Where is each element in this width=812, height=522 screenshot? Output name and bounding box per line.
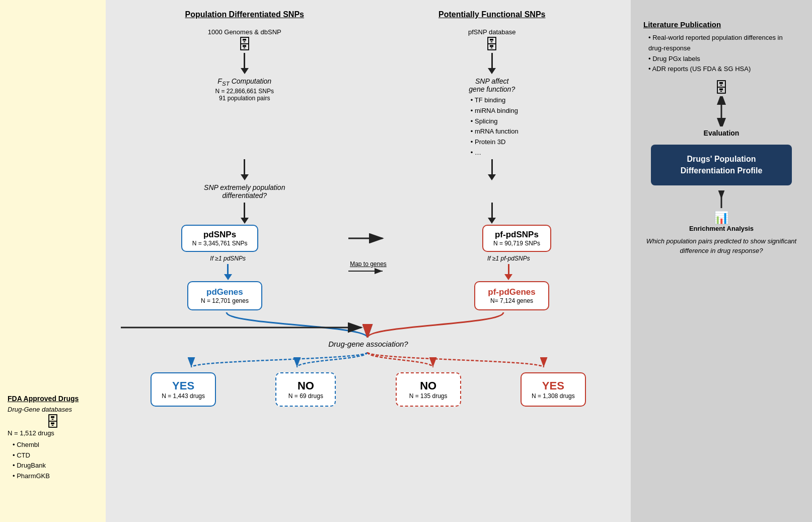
pfpdsnp-col: pf-pdSNPs N = 90,719 SNPs [418, 225, 616, 252]
db-icon-left-mid: 🗄 [238, 38, 252, 52]
pdsnp-col: pdSNPs N = 3,345,761 SNPs [121, 225, 319, 252]
arrow-col-left-3 [133, 202, 356, 225]
converge-svg [121, 312, 616, 338]
drugbank-item: DrugBank [13, 461, 98, 471]
yes-red-count: N = 1,308 drugs [532, 393, 575, 400]
arrow-col-right-1 [381, 52, 603, 75]
bottom-spread-arrows [121, 352, 616, 367]
fda-title: FDA Approved Drugs [8, 395, 98, 403]
snp-affect-title: SNP affectgene function? [469, 77, 515, 93]
second-arrows [121, 158, 616, 181]
pfpdgenes-count: N= 7,124 genes [488, 297, 535, 304]
lit-pub-item-1: Real-world reported population differenc… [648, 33, 799, 54]
right-source-label: pfSNP database [468, 28, 515, 36]
computation-row: FST Computation N = 22,866,661 SNPs 91 p… [121, 75, 616, 158]
horiz-arrow-container [319, 233, 418, 243]
right-header-col: Potentially Functional SNPs [381, 10, 603, 24]
lit-pub-item-2: Drug PGx labels [648, 54, 799, 64]
mirna-binding: miRNA binding [471, 106, 519, 116]
no-red-box: NO N = 135 drugs [396, 372, 461, 407]
right-panel: Literature Publication Real-world report… [631, 0, 812, 522]
pdsnp-count: N = 3,345,761 SNPs [192, 240, 248, 247]
if-left-col: If ≥1 pdSNPs [121, 254, 335, 281]
drug-gene-question: Drug-gene association? [328, 340, 408, 348]
third-arrows [121, 202, 616, 225]
fst-n: N = 22,866,661 SNPs [215, 88, 274, 95]
snp-diff-col: SNP extremely populationdifferentiated? [133, 181, 356, 202]
pfpdgenes-title: pf-pdGenes [488, 287, 535, 297]
fst-col: FST Computation N = 22,866,661 SNPs 91 p… [133, 75, 356, 158]
arrow-down-3 [241, 159, 249, 180]
arrow-col-right-2 [381, 158, 603, 181]
top-headers: Population Differentiated SNPs Potential… [121, 10, 616, 24]
yes-red-label: YES [532, 379, 575, 393]
gene-boxes-row: pdGenes N = 12,701 genes pf-pdGenes N= 7… [121, 281, 616, 310]
eval-arrow-svg [711, 96, 731, 126]
pdgenes-col: pdGenes N = 12,701 genes [126, 281, 324, 310]
map-to-genes-label: Map to genes [350, 260, 387, 268]
snp-diff-question: SNP extremely populationdifferentiated? [204, 183, 285, 200]
pfpdgenes-col: pf-pdGenes N= 7,124 genes [413, 281, 611, 310]
arrow-down-if-left [224, 264, 232, 280]
arrow-col-right-3 [381, 202, 603, 225]
drug-gene-label: Drug-Gene databases [8, 406, 98, 413]
empty-col [381, 181, 603, 202]
left-source-col: 1000 Genomes & dbSNP 🗄 [133, 28, 356, 52]
question-row: SNP extremely populationdifferentiated? [121, 181, 616, 202]
pdgenes-title: pdGenes [201, 287, 249, 297]
profile-box: Drugs' Population Differentiation Profil… [651, 145, 792, 185]
pfpdsnp-box: pf-pdSNPs N = 90,719 SNPs [482, 225, 551, 252]
pdsnp-box: pdSNPs N = 3,345,761 SNPs [181, 225, 259, 252]
fst-pairs: 91 population pairs [215, 95, 274, 102]
tf-binding: TF binding [471, 95, 519, 106]
right-section-title: Potentially Functional SNPs [438, 10, 545, 19]
middle-panel: Population Differentiated SNPs Potential… [106, 0, 631, 522]
snp-affect-list: TF binding miRNA binding Splicing mRNA f… [466, 95, 519, 158]
map-genes-col: Map to genes [335, 254, 401, 281]
which-text: Which population pairs predicted to show… [643, 236, 799, 256]
right-source-col: pfSNP database 🗄 [381, 28, 603, 52]
snp-affect-col: SNP affectgene function? TF binding miRN… [381, 75, 603, 158]
yes-blue-label: YES [162, 379, 205, 393]
lit-pub-title: Literature Publication [643, 20, 799, 29]
pdgenes-box: pdGenes N = 12,701 genes [187, 281, 262, 310]
converge-arrows [121, 312, 616, 338]
middle-content: Population Differentiated SNPs Potential… [121, 10, 616, 512]
chembl-item: Chembl [13, 440, 98, 450]
database-icon-left: 🗄 [8, 415, 98, 429]
lit-pub-section: Literature Publication Real-world report… [643, 20, 799, 75]
ctd-item: CTD [13, 450, 98, 461]
arrow-down-if-right [504, 264, 512, 280]
left-source-label: 1000 Genomes & dbSNP [208, 28, 281, 36]
if-pdsnps-label: If ≥1 pdSNPs [210, 255, 246, 262]
drug-db-list: Chembl CTD DrugBank PharmGKB [8, 440, 98, 482]
spread-svg [121, 352, 616, 367]
no-blue-box: NO N = 69 drugs [275, 372, 336, 407]
map-genes-arrow [348, 268, 389, 275]
pfpdgenes-box: pf-pdGenes N= 7,124 genes [474, 281, 549, 310]
lit-pub-list: Real-world reported population differenc… [643, 33, 799, 75]
if-pfpdsnps-label: If ≥1 pf-pdSNPs [487, 255, 530, 262]
enrichment-title: Enrichment Analysis [689, 225, 754, 232]
yes-red-box: YES N = 1,308 drugs [521, 372, 586, 407]
if-right-col: If ≥1 pf-pdSNPs [402, 254, 616, 281]
yes-blue-count: N = 1,443 drugs [162, 393, 205, 400]
profile-box-title: Drugs' Population Differentiation Profil… [661, 154, 782, 176]
pfpdsnp-count: N = 90,719 SNPs [493, 240, 540, 247]
no-blue-label: NO [286, 379, 325, 393]
arrow-col-left-2 [133, 158, 356, 181]
bottom-boxes-row: YES N = 1,443 drugs NO N = 69 drugs NO N… [121, 372, 616, 407]
arrow-down-1 [241, 53, 249, 74]
ellipsis: … [471, 148, 519, 158]
pdgenes-count: N = 12,701 genes [201, 297, 249, 304]
pdsnp-title: pdSNPs [192, 230, 248, 240]
left-panel: FDA Approved Drugs Drug-Gene databases 🗄… [0, 0, 106, 522]
bar-chart-icon: 📊 [714, 211, 729, 225]
no-red-count: N = 135 drugs [407, 393, 450, 400]
splicing: Splicing [471, 116, 519, 127]
pharmgkb-item: PharmGKB [13, 471, 98, 482]
arrow-down-6 [488, 203, 496, 224]
first-arrows [121, 52, 616, 75]
n-count-left: N = 1,512 drugs [8, 429, 98, 437]
no-blue-count: N = 69 drugs [286, 393, 325, 400]
